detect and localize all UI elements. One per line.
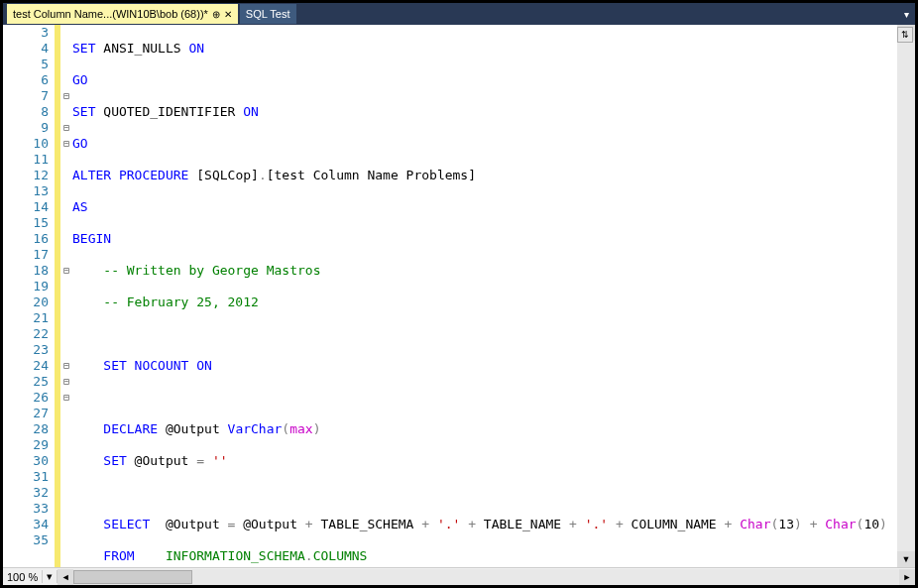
zoom-dropdown-icon[interactable]: ▾ — [42, 570, 57, 583]
status-bar: 100 % ▾ ◄ ► — [3, 567, 915, 585]
horizontal-scrollbar[interactable]: ◄ ► — [57, 569, 915, 585]
fold-icon[interactable]: ⊟ — [60, 263, 72, 279]
tab-bar: test Column Name...(WIN10B\bob (68))* ⊕ … — [3, 3, 915, 25]
fold-icon[interactable]: ⊟ — [60, 136, 72, 152]
tab-active[interactable]: test Column Name...(WIN10B\bob (68))* ⊕ … — [7, 4, 238, 24]
fold-icon[interactable]: ⊟ — [60, 390, 72, 406]
editor-area: 3456789101112131415161718192021222324252… — [3, 25, 915, 567]
tab-overflow-icon[interactable]: ▾ — [904, 9, 915, 20]
tab-inactive[interactable]: SQL Test — [240, 4, 296, 24]
fold-icon[interactable]: ⊟ — [60, 358, 72, 374]
tab-inactive-label: SQL Test — [246, 8, 290, 20]
scroll-down-icon[interactable]: ▼ — [897, 551, 915, 567]
zoom-level: 100 % — [3, 571, 42, 583]
code-editor[interactable]: SET ANSI_NULLS ON GO SET QUOTED_IDENTIFI… — [72, 25, 897, 567]
fold-icon[interactable]: ⊟ — [60, 88, 72, 104]
tab-active-label: test Column Name...(WIN10B\bob (68))* — [13, 8, 208, 20]
line-gutter: 3456789101112131415161718192021222324252… — [3, 25, 55, 567]
scroll-thumb[interactable] — [73, 570, 192, 584]
close-icon[interactable]: ✕ — [224, 9, 232, 20]
outline-bar: ⊟ ⊟ ⊟ ⊟ ⊟ ⊟ ⊟ — [60, 25, 72, 567]
fold-icon[interactable]: ⊟ — [60, 120, 72, 136]
scroll-right-icon[interactable]: ► — [899, 569, 915, 585]
fold-icon[interactable]: ⊟ — [60, 374, 72, 390]
vertical-scrollbar[interactable]: ⇅ ▲ ▼ — [897, 25, 915, 567]
ide-frame: test Column Name...(WIN10B\bob (68))* ⊕ … — [0, 0, 918, 588]
scroll-left-icon[interactable]: ◄ — [57, 569, 73, 585]
pin-icon[interactable]: ⊕ — [212, 9, 220, 20]
scroll-track[interactable] — [897, 41, 915, 551]
